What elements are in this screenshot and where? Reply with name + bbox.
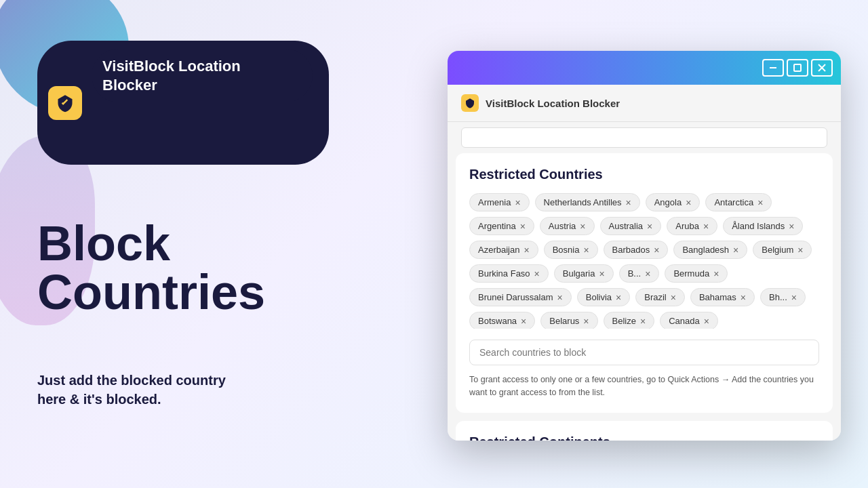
remove-bermuda-icon[interactable]: × — [713, 269, 719, 279]
remove-armenia-icon[interactable]: × — [515, 198, 520, 207]
remove-bahamas-icon[interactable]: × — [741, 293, 746, 302]
remove-brunei-icon[interactable]: × — [557, 293, 563, 302]
svg-rect-1 — [794, 64, 801, 71]
country-name: Bh... — [769, 292, 787, 302]
browser-window: VisitBlock Location Blocker Restricted C… — [448, 51, 841, 441]
country-name: Armenia — [478, 197, 511, 207]
country-tag-angola[interactable]: Angola × — [646, 193, 701, 211]
extension-icon — [461, 94, 479, 112]
remove-bulgaria-icon[interactable]: × — [599, 269, 604, 279]
remove-australia-icon[interactable]: × — [647, 222, 652, 231]
minimize-button[interactable] — [762, 59, 784, 77]
country-tag-belgium[interactable]: Belgium × — [753, 241, 812, 259]
country-name: Austria — [549, 221, 576, 231]
country-tag-brazil[interactable]: Brazil × — [635, 288, 685, 306]
left-panel: VisitBlock Location Blocker Block Countr… — [37, 41, 329, 409]
url-bar — [461, 127, 827, 148]
country-tag-belarus[interactable]: Belarus × — [540, 312, 597, 329]
remove-belize-icon[interactable]: × — [640, 317, 646, 326]
url-bar-area — [448, 122, 841, 153]
country-name: Angola — [654, 197, 682, 207]
country-tag-bahamas[interactable]: Bahamas × — [690, 288, 755, 306]
remove-aland-icon[interactable]: × — [789, 222, 794, 231]
sub-text: Just add the blocked country here & it's… — [37, 371, 309, 409]
remove-brazil-icon[interactable]: × — [671, 293, 676, 302]
country-tag-argentina[interactable]: Argentina × — [469, 217, 534, 235]
search-input[interactable] — [469, 340, 819, 365]
country-tag-belize[interactable]: Belize × — [604, 312, 655, 329]
country-tag-brunei[interactable]: Brunei Darussalam × — [469, 288, 572, 306]
app-header-badge: VisitBlock Location Blocker — [37, 41, 329, 165]
country-name: Barbados — [612, 245, 650, 255]
remove-bosnia-icon[interactable]: × — [583, 245, 589, 255]
remove-azerbaijan-icon[interactable]: × — [524, 245, 529, 255]
remove-barbados-icon[interactable]: × — [654, 245, 659, 255]
remove-austria-icon[interactable]: × — [580, 222, 585, 231]
maximize-button[interactable] — [787, 59, 808, 77]
country-tag-netherlands-antilles[interactable]: Netherlands Antilles × — [535, 193, 640, 211]
remove-belarus-icon[interactable]: × — [583, 317, 589, 326]
country-tag-armenia[interactable]: Armenia × — [469, 193, 530, 211]
country-tag-bermuda[interactable]: Bermuda × — [665, 264, 728, 283]
country-tag-canada[interactable]: Canada × — [660, 312, 718, 329]
remove-angola-icon[interactable]: × — [686, 198, 691, 207]
restricted-countries-section: Restricted Countries Armenia × Netherlan… — [456, 153, 833, 413]
app-shield-icon — [48, 86, 82, 120]
close-button[interactable] — [811, 59, 833, 77]
country-name: Bosnia — [553, 245, 580, 255]
country-name: Brazil — [644, 292, 667, 302]
extension-title: VisitBlock Location Blocker — [486, 98, 620, 109]
browser-content: VisitBlock Location Blocker Restricted C… — [448, 85, 841, 441]
remove-burkina-faso-icon[interactable]: × — [534, 269, 540, 279]
country-tag-bulgaria[interactable]: Bulgaria × — [554, 264, 614, 283]
remove-bh-icon[interactable]: × — [791, 293, 797, 302]
country-tag-bosnia[interactable]: Bosnia × — [544, 241, 598, 259]
remove-antarctica-icon[interactable]: × — [757, 198, 763, 207]
remove-botswana-icon[interactable]: × — [521, 317, 526, 326]
country-tag-australia[interactable]: Australia × — [600, 217, 662, 235]
country-name: Netherlands Antilles — [544, 197, 622, 207]
country-tag-barbados[interactable]: Barbados × — [604, 241, 669, 259]
remove-netherlands-antilles-icon[interactable]: × — [626, 198, 631, 207]
country-name: B... — [628, 268, 642, 279]
country-tag-bolivia[interactable]: Bolivia × — [577, 288, 630, 306]
country-tag-burkina-faso[interactable]: Burkina Faso × — [469, 264, 549, 283]
country-tag-aland-islands[interactable]: Åland Islands × — [723, 217, 803, 235]
country-tag-b-overflow1[interactable]: B... × — [619, 264, 660, 283]
country-name: Brunei Darussalam — [478, 292, 553, 302]
remove-aruba-icon[interactable]: × — [703, 222, 709, 231]
country-name: Aruba — [675, 221, 699, 231]
hero-line1: Block — [37, 219, 329, 268]
country-tag-antarctica[interactable]: Antarctica × — [705, 193, 772, 211]
remove-bolivia-icon[interactable]: × — [616, 293, 621, 302]
country-name: Azerbaijan — [478, 245, 519, 255]
country-name: Argentina — [478, 221, 516, 231]
remove-canada-icon[interactable]: × — [704, 317, 709, 326]
country-tag-azerbaijan[interactable]: Azerbaijan × — [469, 241, 538, 259]
app-title: VisitBlock Location Blocker — [92, 49, 313, 102]
remove-argentina-icon[interactable]: × — [520, 222, 526, 231]
browser-titlebar — [448, 51, 841, 85]
hero-line2: Countries — [37, 268, 329, 317]
restricted-continents-section: Restricted Continents — [456, 421, 833, 441]
country-name: Botswana — [478, 316, 517, 326]
country-name: Belize — [612, 316, 636, 326]
country-tag-bangladesh[interactable]: Bangladesh × — [673, 241, 747, 259]
country-tag-bh[interactable]: Bh... × — [760, 288, 806, 306]
remove-belgium-icon[interactable]: × — [797, 245, 803, 255]
country-tag-aruba[interactable]: Aruba × — [667, 217, 717, 235]
titlebar-controls — [762, 59, 833, 77]
country-tag-botswana[interactable]: Botswana × — [469, 312, 535, 329]
remove-b1-icon[interactable]: × — [645, 269, 650, 279]
country-name: Canada — [669, 316, 700, 326]
search-wrapper — [469, 340, 819, 365]
country-name: Belarus — [549, 316, 579, 326]
country-name: Bulgaria — [563, 268, 595, 279]
country-name: Belgium — [762, 245, 793, 255]
country-tag-austria[interactable]: Austria × — [540, 217, 595, 235]
country-name: Bahamas — [699, 292, 736, 302]
help-text: To grant access to only one or a few cou… — [469, 373, 819, 399]
country-name: Bermuda — [673, 268, 709, 279]
country-name: Burkina Faso — [478, 268, 530, 279]
remove-bangladesh-icon[interactable]: × — [733, 245, 738, 255]
